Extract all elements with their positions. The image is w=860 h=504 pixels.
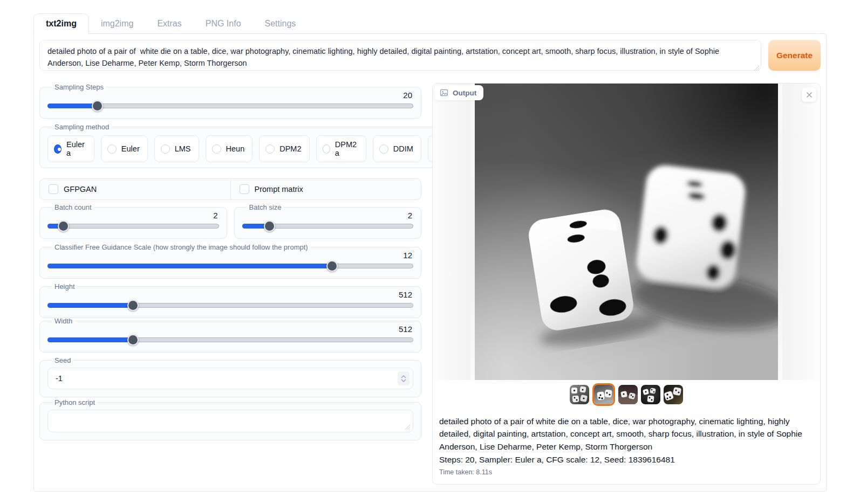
prompt-container: detailed photo of a pair of white die on… [39, 40, 761, 73]
radio-ddim[interactable]: DDIM [373, 135, 421, 162]
output-image-stage [433, 84, 820, 380]
tab-img2img[interactable]: img2img [89, 14, 145, 33]
batch-size-label: Batch size [247, 203, 284, 211]
batch-size-slider[interactable] [242, 221, 414, 232]
seed-group: Seed [39, 356, 421, 397]
cfg-scale-slider[interactable] [47, 261, 413, 272]
batch-size-slider-handle[interactable] [264, 220, 275, 232]
generate-button[interactable]: Generate [768, 40, 821, 71]
spinner-up-down-icon[interactable] [398, 371, 409, 385]
sampling-steps-label: Sampling Steps [52, 83, 106, 91]
thumbnail-gallery [433, 380, 820, 410]
radio-label: Euler a [66, 140, 86, 157]
radio-label: DPM2 [279, 144, 301, 153]
sampling-steps-slider[interactable] [47, 101, 413, 112]
sampling-steps-value: 20 [47, 91, 413, 100]
radio-euler-a[interactable]: Euler a [47, 135, 94, 162]
sampling-method-group: Sampling method Euler a Euler LMS [39, 123, 486, 168]
radio-euler[interactable]: Euler [101, 135, 148, 162]
radio-dot [379, 144, 388, 154]
height-value: 512 [47, 290, 413, 299]
radio-dpm2[interactable]: DPM2 [259, 135, 309, 162]
python-script-input[interactable] [47, 410, 413, 432]
thumbnail-2[interactable] [592, 383, 615, 406]
batch-count-slider-handle[interactable] [58, 220, 69, 232]
radio-label: LMS [175, 144, 191, 153]
dimensions-box: Height 512 Width 512 [39, 282, 421, 353]
gfpgan-checkbox-box[interactable] [49, 184, 58, 194]
width-slider-handle[interactable] [127, 334, 139, 346]
batch-row: Batch count 2 Batch size 2 [39, 203, 421, 239]
cfg-scale-slider-handle[interactable] [326, 260, 338, 272]
app: txt2img img2img Extras PNG Info Settings… [33, 13, 827, 492]
tab-png-info[interactable]: PNG Info [194, 14, 253, 33]
settings-column: Sampling Steps 20 Sampling method Euler … [39, 83, 421, 440]
radio-heun[interactable]: Heun [206, 135, 253, 162]
resize-handle-icon[interactable] [405, 424, 411, 430]
caption-prompt: detailed photo of a pair of white die on… [439, 415, 814, 453]
radio-dot [107, 144, 117, 154]
seed-input[interactable] [47, 368, 413, 389]
resize-handle-icon[interactable] [754, 65, 760, 71]
width-group: Width 512 [39, 317, 421, 353]
radio-label: DDIM [393, 144, 413, 153]
generation-info: detailed photo of a pair of white die on… [433, 410, 820, 484]
width-slider[interactable] [47, 335, 413, 346]
tab-settings[interactable]: Settings [253, 14, 308, 33]
gfpgan-checkbox[interactable]: GFPGAN [40, 179, 230, 199]
tab-extras[interactable]: Extras [145, 14, 193, 33]
cfg-scale-group: Classifier Free Guidance Scale (how stro… [39, 243, 421, 279]
tab-bar: txt2img img2img Extras PNG Info Settings [33, 13, 827, 33]
tab-txt2img[interactable]: txt2img [33, 13, 89, 34]
cfg-scale-value: 12 [47, 251, 413, 260]
radio-dot [323, 144, 330, 154]
batch-count-slider[interactable] [47, 221, 219, 232]
output-label-text: Output [453, 89, 476, 97]
height-slider[interactable] [47, 300, 413, 311]
close-button[interactable] [802, 87, 816, 102]
sampling-steps-group: Sampling Steps 20 [39, 83, 421, 119]
thumbnail-1[interactable] [570, 385, 589, 404]
batch-size-value: 2 [242, 211, 414, 220]
batch-count-label: Batch count [52, 203, 94, 211]
toggles-box: GFPGAN Prompt matrix [39, 178, 421, 200]
thumbnail-4[interactable] [641, 385, 660, 404]
radio-dpm2-a[interactable]: DPM2 a [316, 135, 366, 162]
batch-count-group: Batch count 2 [39, 203, 227, 239]
radio-dot [54, 144, 62, 154]
batch-size-group: Batch size 2 [234, 203, 422, 239]
height-group: Height 512 [39, 282, 421, 318]
prompt-matrix-label: Prompt matrix [255, 185, 303, 194]
sampling-method-options: Euler a Euler LMS Heun [47, 135, 477, 162]
thumbnail-5[interactable] [664, 385, 683, 404]
radio-label: Heun [226, 144, 245, 153]
sampling-method-label: Sampling method [52, 123, 112, 131]
prompt-row: detailed photo of a pair of white die on… [39, 40, 821, 73]
cfg-scale-label: Classifier Free Guidance Scale (how stro… [52, 243, 311, 251]
radio-label: Euler [121, 144, 140, 153]
prompt-input[interactable]: detailed photo of a pair of white die on… [39, 40, 761, 71]
python-script-group: Python script [39, 398, 421, 440]
radio-dot [265, 144, 275, 154]
prompt-matrix-checkbox[interactable]: Prompt matrix [231, 179, 421, 199]
radio-dot [212, 144, 221, 154]
output-panel: Output [432, 83, 821, 485]
gfpgan-label: GFPGAN [64, 185, 97, 194]
radio-label: DPM2 a [335, 140, 358, 157]
txt2img-panel: detailed photo of a pair of white die on… [33, 33, 827, 492]
sampling-steps-slider-handle[interactable] [92, 100, 103, 112]
image-side-blur [433, 84, 470, 380]
prompt-matrix-checkbox-box[interactable] [240, 184, 249, 194]
close-icon [806, 92, 813, 98]
radio-lms[interactable]: LMS [154, 135, 199, 162]
output-column: Output [432, 83, 821, 485]
radio-dot [161, 144, 170, 154]
time-taken: Time taken: 8.11s [439, 467, 814, 478]
height-slider-handle[interactable] [127, 300, 139, 311]
width-value: 512 [47, 325, 413, 334]
thumbnail-3[interactable] [618, 385, 638, 404]
generated-image[interactable] [475, 84, 778, 380]
width-label: Width [52, 317, 75, 325]
image-icon [440, 88, 448, 97]
output-panel-label: Output [434, 85, 483, 100]
